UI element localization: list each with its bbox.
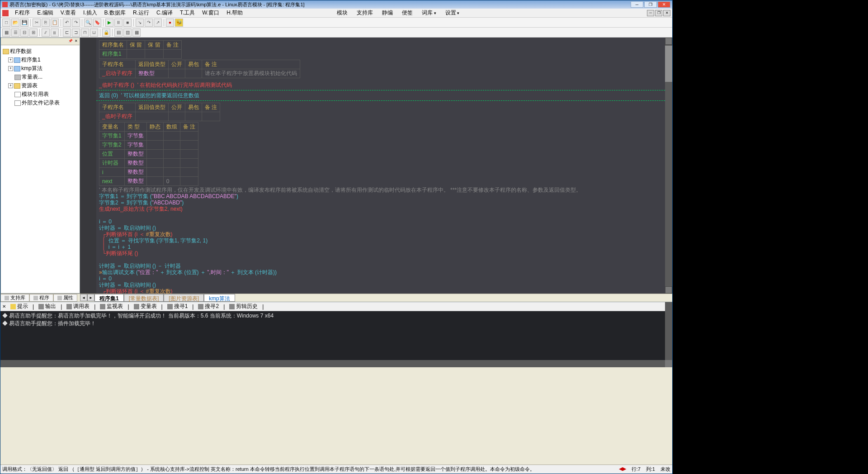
doc-close-button[interactable]: ✕ [663, 10, 670, 16]
scroll-down-icon[interactable] [665, 286, 672, 294]
code-comment: ' 本名称子程序用作测试程序用，仅在开发及调试环境中有效，编译发布程序前将被系统… [99, 187, 581, 193]
minimize-button[interactable]: ─ [631, 1, 643, 8]
doc-restore-button[interactable]: ❐ [655, 10, 662, 16]
tree-node-progset1[interactable]: + 程序集1 [3, 56, 78, 64]
menu-support[interactable]: 支持库 [357, 9, 373, 17]
tb-align3[interactable]: ⊟ [20, 28, 28, 37]
tb-grid3[interactable]: ▦ [132, 28, 141, 37]
panel-close-icon[interactable]: ✕ [73, 38, 79, 43]
output-close-icon[interactable]: ✕ [2, 304, 6, 309]
scroll-up-icon[interactable] [665, 38, 672, 45]
menu-insert[interactable]: I.插入 [80, 9, 101, 17]
tb-redo[interactable]: ↷ [72, 19, 80, 27]
tab-nav-left-icon[interactable]: ◄ [80, 294, 87, 301]
menu-program[interactable]: F.程序 [11, 9, 33, 17]
tb-stepinto[interactable]: ↘ [136, 19, 144, 27]
tb-pause[interactable]: ⏸ [114, 19, 123, 27]
editor-tab-progset1[interactable]: 程序集1 [94, 294, 124, 302]
tb-copy[interactable]: ⎘ [42, 19, 50, 27]
menu-compile[interactable]: C.编译 [153, 9, 176, 17]
status-col: 列:1 [646, 466, 655, 473]
menu-tools[interactable]: T.工具 [176, 9, 198, 17]
tb-bee[interactable]: 🐝 [175, 19, 183, 27]
close-button[interactable]: ✕ [658, 1, 670, 8]
tb-grid1[interactable]: ▤ [114, 28, 123, 37]
menu-module[interactable]: 模块 [337, 9, 348, 17]
editor-scrollbar[interactable] [665, 38, 672, 294]
tb-find[interactable]: 🔍 [84, 19, 92, 27]
menu-notes[interactable]: 便签 [402, 9, 413, 17]
sub2-table[interactable]: 子程序名返回值类型公开易包备 注 _临时子程序 [99, 103, 220, 121]
tree-root[interactable]: 程序数据 [3, 47, 78, 56]
tb-stepover[interactable]: ↷ [145, 19, 153, 27]
editor-tab-kmp[interactable]: kmp算法 [204, 294, 235, 302]
tree-node-kmp[interactable]: + kmp算法 [3, 64, 78, 73]
status-hint: 调用格式：〈无返回值〉 返回 （［通用型 返回到调用方的值］） - 系统核心支持… [2, 466, 535, 473]
tb-bookmark[interactable]: 🔖 [93, 19, 101, 27]
tb-stop[interactable]: ■ [123, 19, 132, 27]
doc-min-button[interactable]: ─ [647, 10, 654, 16]
tb-breakpoint[interactable]: ● [166, 19, 174, 27]
menu-window[interactable]: W.窗口 [198, 9, 223, 17]
menu-settings[interactable]: 设置 [445, 9, 460, 17]
out-tab-find2[interactable]: 搜寻2 [194, 302, 222, 311]
tb-lock[interactable]: 🔒 [102, 28, 110, 37]
editor-tab-const[interactable]: [常量数据表] [124, 294, 164, 302]
menu-edit[interactable]: E.编辑 [33, 9, 57, 17]
tb-align6[interactable]: ⫼ [51, 28, 59, 37]
menu-database[interactable]: B.数据库 [101, 9, 129, 17]
tree-node-modref[interactable]: 模块引用表 [3, 90, 78, 99]
tb-save[interactable]: 💾 [20, 19, 28, 27]
tb-align8[interactable]: ⊐ [72, 28, 80, 37]
tb-open[interactable]: 📂 [11, 19, 19, 27]
tab-nav-right-icon[interactable]: ► [87, 294, 94, 301]
out-tab-clip[interactable]: 剪辑历史 [226, 302, 261, 311]
title-bar: 易语言(加密狗版) - G:\拷贝\替换\3------进阶教程源码----\易… [0, 0, 672, 9]
editor-tab-imgres[interactable]: [图片资源表] [164, 294, 204, 302]
tb-align4[interactable]: ⊞ [29, 28, 38, 37]
tb-run[interactable]: ▶ [105, 19, 113, 27]
output-vscroll[interactable] [665, 302, 672, 360]
tree-node-res[interactable]: + 资源表 [3, 81, 78, 90]
program-set-table[interactable]: 程序集名保 留保 留备 注 程序集1 [99, 40, 182, 59]
tb-align1[interactable]: ▦ [2, 28, 10, 37]
scroll-thumb[interactable] [665, 46, 672, 82]
out-tab-vars[interactable]: 变量表 [130, 302, 160, 311]
menu-dict[interactable]: 词库 [422, 9, 436, 17]
tb-align7[interactable]: ⊏ [63, 28, 71, 37]
vars-table[interactable]: 变量名类 型静态数组备 注 字节集1字节集 字节集2字节集 位置整数型 计时器整… [99, 122, 198, 186]
menu-static[interactable]: 静编 [382, 9, 393, 17]
tb-align2[interactable]: ☰ [11, 28, 19, 37]
sub1-table[interactable]: 子程序名返回值类型公开易包备 注 _启动子程序整数型请在本子程序中放置易模块初始… [99, 60, 300, 78]
out-tab-calls[interactable]: 调用表 [63, 302, 93, 311]
project-tree[interactable]: 程序数据 + 程序集1 + kmp算法 常量表... + 资源表 [1, 45, 80, 109]
tab-program[interactable]: 程序 [29, 294, 53, 302]
out-tab-output[interactable]: 输出 [35, 302, 60, 311]
tb-grid2[interactable]: ▥ [123, 28, 132, 37]
code-editor[interactable]: 程序集名保 留保 留备 注 程序集1 子程序名返回值类型公开易包备 注 _启动子… [80, 38, 672, 294]
tab-props[interactable]: 属性 [53, 294, 77, 302]
tree-node-extfile[interactable]: 外部文件记录表 [3, 99, 78, 107]
menu-help[interactable]: H.帮助 [223, 9, 246, 17]
maximize-button[interactable]: ❐ [644, 1, 657, 8]
tb-align10[interactable]: ⊔ [90, 28, 98, 37]
tab-support-lib[interactable]: 支持库 [0, 294, 29, 302]
menu-view[interactable]: V.查看 [57, 9, 80, 17]
out-tab-find1[interactable]: 搜寻1 [164, 302, 192, 311]
tb-cut[interactable]: ✂ [33, 19, 41, 27]
menu-run[interactable]: R.运行 [129, 9, 153, 17]
out-tab-watch[interactable]: 监视表 [96, 302, 127, 311]
tb-align9[interactable]: ⊓ [81, 28, 89, 37]
editor-gutter [80, 38, 96, 294]
tb-undo[interactable]: ↶ [63, 19, 71, 27]
output-content[interactable]: 易语言助手提醒您：易语言助手加载完毕！，智能编译开启成功！ 当前易版本：5.6 … [0, 311, 672, 360]
app-menu-icon [2, 10, 9, 16]
tb-stepout[interactable]: ↗ [154, 19, 162, 27]
tb-new[interactable]: □ [2, 19, 10, 27]
panel-pin-icon[interactable]: 📌 [68, 38, 73, 43]
out-tab-tips[interactable]: 提示 [7, 302, 32, 311]
status-modified: 未改 [660, 466, 670, 473]
tb-align5[interactable]: ⫽ [42, 28, 50, 37]
tb-paste[interactable]: 📋 [51, 19, 59, 27]
tree-node-const[interactable]: 常量表... [3, 73, 78, 81]
